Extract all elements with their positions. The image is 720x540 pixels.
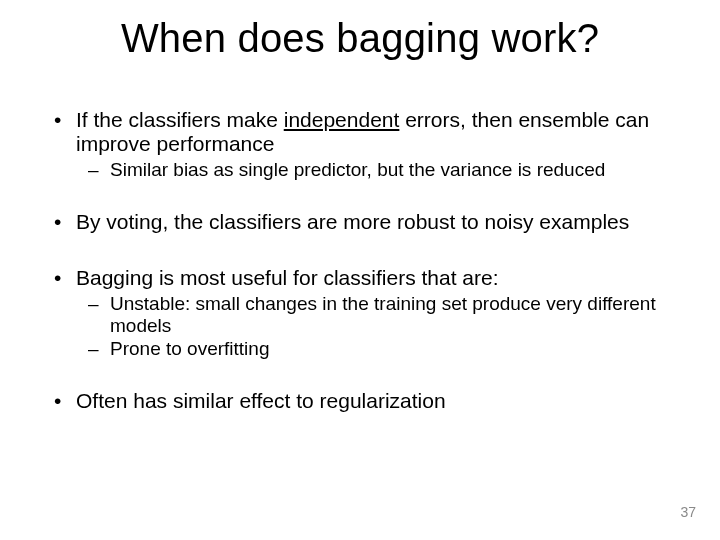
bullet-1: If the classifiers make independent erro… [52,108,672,155]
page-number: 37 [680,504,696,520]
bullet-4: Often has similar effect to regularizati… [52,389,672,413]
slide-body: If the classifiers make independent erro… [52,108,672,417]
bullet-3-sub-2: Prone to overfitting [52,338,672,359]
spacer [52,182,672,210]
bullet-1-pre: If the classifiers make [76,108,284,131]
bullet-3-sub-1: Unstable: small changes in the training … [52,293,672,336]
bullet-1-underline: independent [284,108,400,131]
slide-title: When does bagging work? [0,16,720,61]
bullet-2: By voting, the classifiers are more robu… [52,210,672,234]
bullet-1-sub-1: Similar bias as single predictor, but th… [52,159,672,180]
spacer [52,361,672,389]
slide: When does bagging work? If the classifie… [0,0,720,540]
spacer [52,238,672,266]
bullet-3: Bagging is most useful for classifiers t… [52,266,672,290]
